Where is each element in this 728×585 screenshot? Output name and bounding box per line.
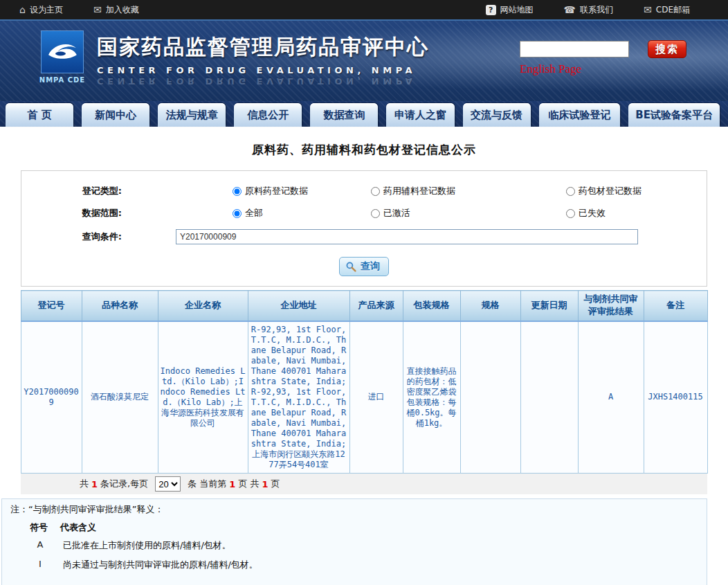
- records-label: 条记录,每页: [100, 478, 148, 490]
- magnifier-icon: [345, 261, 356, 272]
- radio-scope-all[interactable]: 全部: [233, 207, 371, 219]
- tab-regulations[interactable]: 法规与规章: [158, 103, 226, 127]
- table-header-row: 登记号 品种名称 企业名称 企业地址 产品来源 包装规格 规格 更新日期 与制剂…: [21, 291, 707, 321]
- add-favorite-link[interactable]: ✉ 加入收藏: [93, 4, 139, 16]
- note-symbol-i: I: [30, 559, 51, 571]
- note-meaning-i: 尚未通过与制剂共同审评审批的原料/辅料/包材。: [63, 559, 258, 571]
- note-symbol-a: A: [30, 539, 51, 552]
- col-spec: 规格: [460, 291, 520, 321]
- header-search-input[interactable]: [520, 41, 629, 57]
- page-size-select[interactable]: 20: [155, 476, 181, 492]
- site-title-en-reflection: CENTER FOR DRUG EVALUATION, NMPA: [97, 76, 429, 87]
- col-update-date: 更新日期: [520, 291, 578, 321]
- pagination-bar: 共 1 条记录,每页 20 条 当前第 1 页 共 1 页: [21, 474, 707, 494]
- col-review-result: 与制剂共同审评审批结果: [578, 291, 644, 321]
- pagination-total-prefix: 共: [80, 478, 89, 490]
- add-favorite-label: 加入收藏: [106, 4, 139, 16]
- phone-icon: ☎: [564, 5, 576, 15]
- query-condition-input[interactable]: [176, 229, 638, 244]
- total-pages: 1: [262, 479, 269, 489]
- site-header: NMPA CDE 国家药品监督管理局药品审评中心 CENTER FOR DRUG…: [0, 21, 728, 101]
- query-button[interactable]: 查询: [339, 257, 389, 276]
- cell-package-spec: 直接接触药品的药包材：低密度聚乙烯袋包装规格：每桶0.5kg。每桶1kg。: [403, 321, 460, 474]
- notes-box: 注：“与制剂共同审评审批结果”释义： 符号 代表含义 A 已批准在上市制剂使用的…: [1, 498, 707, 585]
- logo-caption: NMPA CDE: [38, 76, 87, 84]
- header-search-button[interactable]: 搜索: [648, 40, 686, 58]
- tab-applicant-window[interactable]: 申请人之窗: [386, 103, 454, 127]
- site-title-cn: 国家药品监督管理局药品审评中心: [97, 33, 429, 62]
- col-package-spec: 包装规格: [403, 291, 460, 321]
- col-product-name: 品种名称: [82, 291, 158, 321]
- contact-link[interactable]: ☎ 联系我们: [564, 4, 613, 16]
- cell-company-address: R-92,93, 1st Floor, T.T.C, M.I.D.C., Tha…: [248, 321, 349, 474]
- mail-icon: ✉: [644, 5, 652, 15]
- cell-company-name: Indoco Remedies Ltd.（Kilo Lab）;Indoco Re…: [158, 321, 248, 474]
- col-company-address: 企业地址: [248, 291, 349, 321]
- note-row-a: A 已批准在上市制剂使用的原料/辅料/包材。: [30, 539, 700, 552]
- question-icon: ?: [486, 5, 496, 15]
- radio-scope-all-input[interactable]: [233, 209, 242, 218]
- radio-excipient-data[interactable]: 药用辅料登记数据: [371, 185, 566, 197]
- sitemap-link[interactable]: ? 网站地图: [486, 4, 534, 16]
- main-content: 原料药、药用辅料和药包材登记信息公示 登记类型: 原料药登记数据 药用辅料登记数…: [0, 127, 728, 585]
- data-scope-label: 数据范围:: [21, 207, 122, 219]
- cell-product-name: 酒石酸溴莫尼定: [82, 321, 158, 474]
- tab-feedback[interactable]: 交流与反馈: [463, 103, 531, 127]
- col-origin: 产品来源: [349, 291, 403, 321]
- cell-remark: JXHS1400115: [644, 321, 707, 474]
- col-reg-no: 登记号: [21, 291, 82, 321]
- cell-spec: [460, 321, 520, 474]
- notes-col-symbol: 符号: [30, 521, 48, 534]
- set-homepage-link[interactable]: ⌂ 设为主页: [19, 4, 63, 16]
- note-meaning-a: 已批准在上市制剂使用的原料/辅料/包材。: [63, 539, 231, 552]
- query-button-label: 查询: [361, 260, 380, 273]
- sitemap-label: 网站地图: [500, 4, 534, 16]
- current-page: 1: [229, 479, 235, 489]
- notes-title: 注：“与制剂共同审评审批结果”释义：: [10, 503, 700, 516]
- radio-scope-active-input[interactable]: [371, 209, 380, 218]
- tab-home[interactable]: 首 页: [6, 103, 73, 127]
- cell-reg-no: Y20170000909: [21, 321, 82, 474]
- nmpa-cde-logo[interactable]: NMPA CDE: [38, 30, 87, 84]
- results-table: 登记号 品种名称 企业名称 企业地址 产品来源 包装规格 规格 更新日期 与制剂…: [21, 290, 708, 474]
- table-row: Y20170000909 酒石酸溴莫尼定 Indoco Remedies Ltd…: [21, 321, 707, 474]
- radio-scope-active[interactable]: 已激活: [371, 207, 566, 219]
- reg-type-label: 登记类型:: [21, 185, 122, 197]
- english-page-link[interactable]: English Page: [520, 62, 581, 76]
- logo-swoosh-icon: [41, 30, 84, 73]
- contact-label: 联系我们: [580, 4, 613, 16]
- tab-info-disclosure[interactable]: 信息公开: [234, 103, 302, 127]
- tab-data-query[interactable]: 数据查询: [310, 103, 378, 127]
- cde-mail-label: CDE邮箱: [656, 4, 690, 16]
- site-title-en: CENTER FOR DRUG EVALUATION, NMPA: [97, 65, 429, 75]
- top-utility-bar: ⌂ 设为主页 ✉ 加入收藏 ? 网站地图 ☎ 联系我们 ✉ CDE邮箱: [0, 0, 728, 21]
- set-homepage-label: 设为主页: [30, 4, 63, 16]
- radio-scope-inactive[interactable]: 已失效: [566, 207, 606, 219]
- radio-raw-material-data[interactable]: 原料药登记数据: [233, 185, 371, 197]
- home-icon: ⌂: [19, 5, 26, 15]
- col-remark: 备注: [644, 291, 707, 321]
- cell-review-result: A: [578, 321, 644, 474]
- tab-clinical-trial-reg[interactable]: 临床试验登记: [539, 103, 621, 127]
- tab-news[interactable]: 新闻中心: [82, 103, 149, 127]
- main-navigation: 首 页 新闻中心 法规与规章 信息公开 数据查询 申请人之窗 交流与反馈 临床试…: [0, 101, 728, 127]
- cell-origin: 进口: [349, 321, 403, 474]
- cde-mail-link[interactable]: ✉ CDE邮箱: [644, 4, 690, 16]
- page-title: 原料药、药用辅料和药包材登记信息公示: [0, 134, 728, 170]
- col-company-name: 企业名称: [158, 291, 248, 321]
- radio-scope-inactive-input[interactable]: [566, 209, 575, 218]
- radio-raw-material-input[interactable]: [233, 187, 242, 196]
- record-count: 1: [91, 479, 98, 489]
- page-label: 页 共: [238, 478, 259, 490]
- radio-excipient-input[interactable]: [371, 187, 380, 196]
- query-condition-label: 查询条件:: [21, 231, 122, 243]
- radio-packaging-input[interactable]: [566, 187, 575, 196]
- query-form: 登记类型: 原料药登记数据 药用辅料登记数据 药包材登记数据 数据范围: 全部: [21, 170, 707, 287]
- per-page-label: 条 当前第: [188, 478, 226, 490]
- tab-be-trial-platform[interactable]: BE试验备案平台: [628, 103, 720, 127]
- radio-packaging-data[interactable]: 药包材登记数据: [566, 185, 641, 197]
- pages-label: 页: [271, 478, 280, 490]
- note-row-i: I 尚未通过与制剂共同审评审批的原料/辅料/包材。: [30, 559, 700, 571]
- cell-update-date: [520, 321, 578, 474]
- envelope-icon: ✉: [93, 5, 102, 15]
